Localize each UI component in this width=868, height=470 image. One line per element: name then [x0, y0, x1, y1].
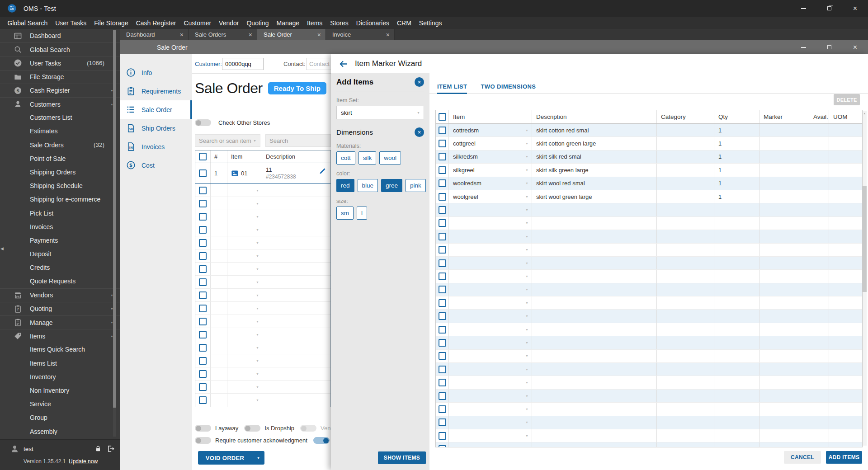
row-checkbox[interactable]: [439, 259, 446, 267]
chevron-down-icon[interactable]: ▼: [256, 254, 259, 258]
sidebar-item-manage[interactable]: Manage▼: [0, 315, 120, 329]
row-checkbox[interactable]: [439, 166, 446, 174]
edit-pencil-icon[interactable]: [319, 167, 326, 175]
so-table-empty-row[interactable]: ▼: [195, 184, 330, 197]
chip-blue[interactable]: blue: [358, 179, 378, 192]
chevron-down-icon[interactable]: ▼: [256, 268, 259, 271]
chevron-down-icon[interactable]: ▼: [525, 434, 528, 437]
chevron-down-icon[interactable]: ▼: [525, 381, 528, 384]
sidebar-item-customers[interactable]: Customers▲: [0, 97, 120, 111]
row-checkbox[interactable]: [439, 113, 446, 121]
so-table-empty-row[interactable]: ▼: [195, 289, 330, 302]
chevron-down-icon[interactable]: ▼: [525, 155, 528, 158]
chevron-down-icon[interactable]: ▼: [525, 182, 528, 185]
restore-button[interactable]: [816, 40, 842, 54]
sidebar-item-customers-list[interactable]: Customers List: [0, 111, 120, 124]
chevron-down-icon[interactable]: ▼: [256, 399, 259, 402]
so-table-empty-row[interactable]: ▼: [195, 354, 330, 367]
sidebar-item-items-list[interactable]: Items List: [0, 357, 120, 370]
sidebar-item-quote-requests[interactable]: Quote Requests: [0, 274, 120, 288]
lock-icon[interactable]: [94, 445, 102, 452]
wizard-empty-row[interactable]: ▼: [436, 350, 862, 363]
chevron-down-icon[interactable]: ▼: [525, 221, 528, 225]
toggle-switch[interactable]: [313, 437, 330, 444]
wizard-empty-row[interactable]: ▼: [436, 442, 862, 447]
chevron-down-icon[interactable]: ▼: [525, 421, 528, 424]
sidebar-item-non-inventory[interactable]: Non Inventory: [0, 384, 120, 397]
sidebar-scrollbar[interactable]: [113, 30, 116, 437]
sidebar-item-vendors[interactable]: Vendors▼: [0, 288, 120, 302]
chevron-down-icon[interactable]: ▼: [525, 262, 528, 265]
chevron-down-icon[interactable]: ▼: [525, 328, 528, 331]
sidebar-item-cash-register[interactable]: $Cash Register▼: [0, 84, 120, 97]
so-nav-sale-order[interactable]: Sale Order: [120, 100, 192, 119]
chevron-down-icon[interactable]: ▼: [256, 307, 259, 310]
add-items-close-icon[interactable]: ×: [415, 77, 424, 87]
toggle-switch[interactable]: [195, 425, 211, 432]
chevron-down-icon[interactable]: ▼: [525, 341, 528, 344]
sidebar-item-credits[interactable]: Credits: [0, 261, 120, 274]
sidebar-item-payments[interactable]: Payments: [0, 234, 120, 247]
sidebar-collapse-arrow-icon[interactable]: ◀: [0, 246, 4, 251]
sidebar-item-point-of-sale[interactable]: Point of Sale: [0, 152, 120, 165]
menu-file-storage[interactable]: File Storage: [90, 19, 132, 27]
menu-user-tasks[interactable]: User Tasks: [52, 19, 90, 27]
menu-cash-register[interactable]: Cash Register: [132, 19, 180, 27]
row-checkbox[interactable]: [439, 352, 446, 360]
chevron-down-icon[interactable]: ▼: [256, 385, 259, 389]
chevron-down-icon[interactable]: ▼: [256, 215, 259, 218]
wizard-empty-row[interactable]: ▼: [436, 403, 862, 416]
row-checkbox[interactable]: [439, 312, 446, 320]
chevron-down-icon[interactable]: ▼: [256, 281, 259, 284]
chip-pink[interactable]: pink: [406, 179, 426, 192]
wizard-empty-row[interactable]: ▼: [436, 363, 862, 376]
sidebar-item-shipping-schedule[interactable]: Shipping Schedule: [0, 179, 120, 193]
row-checkbox[interactable]: [439, 193, 446, 201]
so-table-empty-row[interactable]: ▼: [195, 197, 330, 210]
add-items-button[interactable]: ADD ITEMS: [826, 451, 862, 464]
wizard-empty-row[interactable]: ▼: [436, 283, 862, 296]
wizard-tab-two-dimensions[interactable]: TWO DIMENSIONS: [481, 80, 536, 93]
chip-l[interactable]: l: [357, 207, 367, 220]
item-set-select[interactable]: skirt ▼: [336, 106, 424, 119]
so-nav-invoices[interactable]: INInvoices: [120, 137, 192, 156]
chip-wool[interactable]: wool: [379, 151, 401, 164]
wizard-empty-row[interactable]: ▼: [436, 203, 862, 216]
chevron-down-icon[interactable]: ▼: [256, 241, 259, 244]
chevron-down-icon[interactable]: ▼: [256, 372, 259, 376]
sidebar-item-sale-orders[interactable]: Sale Orders(32): [0, 138, 120, 152]
wizard-empty-row[interactable]: ▼: [436, 390, 862, 403]
minimize-button[interactable]: [791, 40, 816, 54]
sidebar-item-items[interactable]: Items▲: [0, 329, 120, 343]
row-checkbox[interactable]: [439, 379, 446, 386]
chip-gree[interactable]: gree: [381, 179, 402, 192]
toggle-switch[interactable]: [300, 425, 316, 432]
void-order-button[interactable]: VOID ORDER: [198, 451, 252, 465]
chevron-down-icon[interactable]: ▼: [525, 354, 528, 357]
logout-icon[interactable]: [107, 445, 115, 453]
sidebar-item-quoting[interactable]: ?Quoting▼: [0, 302, 120, 315]
row-checkbox[interactable]: [439, 418, 446, 426]
toggle-layaway[interactable]: Layaway: [195, 425, 238, 432]
customer-input[interactable]: [222, 58, 264, 70]
row-checkbox[interactable]: [199, 169, 207, 177]
row-checkbox[interactable]: [199, 265, 207, 273]
row-checkbox[interactable]: [199, 357, 207, 365]
sidebar-item-pick-list[interactable]: Pick List: [0, 206, 120, 220]
menu-items[interactable]: Items: [303, 19, 326, 27]
chip-cott[interactable]: cott: [336, 151, 355, 164]
so-table-empty-row[interactable]: ▼: [195, 315, 330, 328]
wizard-empty-row[interactable]: ▼: [436, 296, 862, 310]
minimize-button[interactable]: [791, 0, 816, 17]
row-checkbox[interactable]: [439, 366, 446, 373]
sidebar-item-shipping-for-e-commerce[interactable]: Shipping for e-commerce: [0, 193, 120, 206]
so-table-empty-row[interactable]: ▼: [195, 367, 330, 381]
row-checkbox[interactable]: [199, 383, 207, 391]
chevron-down-icon[interactable]: ▼: [256, 359, 259, 362]
chevron-down-icon[interactable]: ▼: [256, 294, 259, 297]
chevron-down-icon[interactable]: ▼: [525, 235, 528, 238]
toggle-require-customer-acknowledgment[interactable]: Require customer acknowledgment: [195, 437, 307, 444]
tab-invoice[interactable]: Invoice×: [326, 29, 395, 40]
sidebar-item-user-tasks[interactable]: User Tasks(1066): [0, 56, 120, 70]
row-checkbox[interactable]: [439, 299, 446, 307]
